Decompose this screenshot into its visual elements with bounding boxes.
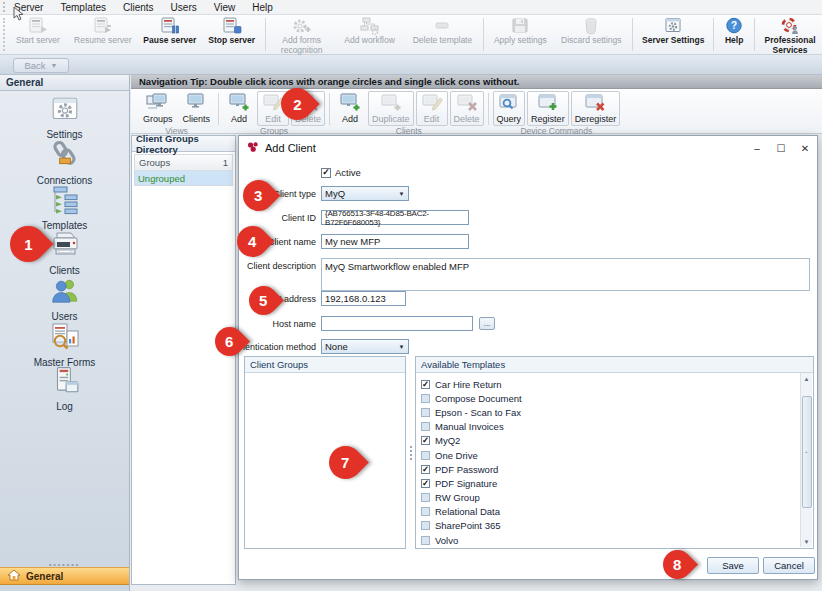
deregister-button[interactable]: Deregister <box>571 91 621 126</box>
scroll-up-icon[interactable]: ▲ <box>801 373 812 384</box>
template-checkbox[interactable] <box>421 451 430 460</box>
templates-scrollbar[interactable]: ▲ ▪ ▼ <box>800 373 812 547</box>
sidebar-item-users[interactable]: Users <box>0 276 129 322</box>
clients-add-button[interactable]: Add <box>334 91 366 126</box>
stop-server-button[interactable]: Stop server <box>202 15 262 54</box>
template-list-item[interactable]: Volvo <box>418 533 798 547</box>
menu-help[interactable]: Help <box>252 2 273 13</box>
template-checkbox[interactable] <box>421 493 430 502</box>
template-list-item[interactable]: RW Group <box>418 491 798 505</box>
template-checkbox[interactable] <box>421 479 430 488</box>
server-settings-icon <box>663 17 683 35</box>
template-checkbox[interactable] <box>421 380 430 389</box>
client-description-input[interactable]: MyQ Smartworkflow enabled MFP <box>321 258 810 291</box>
menu-clients[interactable]: Clients <box>123 2 154 13</box>
template-list-item[interactable]: Epson - Scan to Fax <box>418 405 798 419</box>
scrollbar-thumb[interactable]: ▪ <box>802 396 812 508</box>
professional-services-button[interactable]: Professional Services <box>758 15 822 54</box>
available-templates-panel-title: Available Templates <box>416 357 813 373</box>
clients-duplicate-button[interactable]: Duplicate <box>368 91 414 126</box>
template-list-item[interactable]: PDF Password <box>418 462 798 476</box>
toolbar-separator <box>265 18 266 51</box>
toolbar-separator <box>488 93 489 125</box>
clients-delete-button[interactable]: Delete <box>450 91 484 126</box>
client-id-value: {AB766513-3F48-4D85-BAC2-B72F6F680053} <box>325 209 468 227</box>
save-button[interactable]: Save <box>707 557 759 574</box>
available-templates-panel: Available Templates Car Hire Return Comp… <box>415 356 814 549</box>
template-checkbox[interactable] <box>421 436 430 445</box>
template-list-item[interactable]: One Drive <box>418 448 798 462</box>
groups-column-header[interactable]: Groups 1 <box>135 155 232 171</box>
groups-view-icon <box>146 93 170 114</box>
menu-users[interactable]: Users <box>171 2 197 13</box>
resume-server-button[interactable]: Resume server <box>68 15 138 54</box>
discard-settings-button[interactable]: Discard settings <box>553 15 629 54</box>
sidebar-item-master-forms[interactable]: Master Forms <box>0 322 129 368</box>
navigation-bar: Back ▼ <box>0 55 822 75</box>
dialog-titlebar[interactable]: Add Client – ☐ ✕ <box>239 136 817 160</box>
sidebar-item-settings[interactable]: Settings <box>0 96 129 140</box>
host-name-input[interactable] <box>321 316 473 331</box>
template-list-item[interactable]: Relational Data <box>418 505 798 519</box>
minimize-icon[interactable]: – <box>745 138 769 158</box>
menu-templates[interactable]: Templates <box>60 2 106 13</box>
views-groups-button[interactable]: Groups <box>139 91 177 126</box>
template-list-item[interactable]: PDF Signature <box>418 476 798 490</box>
active-checkbox-box[interactable] <box>321 168 331 178</box>
template-checkbox[interactable] <box>421 536 430 545</box>
template-checkbox[interactable] <box>421 521 430 530</box>
menu-view[interactable]: View <box>214 2 236 13</box>
template-checkbox[interactable] <box>421 422 430 431</box>
client-name-input[interactable]: My new MFP <box>321 234 469 249</box>
scroll-down-icon[interactable]: ▼ <box>801 536 812 547</box>
client-description-value: MyQ Smartworkflow enabled MFP <box>325 261 469 272</box>
template-list-item[interactable]: Compose Document <box>418 391 798 405</box>
add-workflow-button[interactable]: Add workflow <box>335 15 405 54</box>
template-list-item[interactable]: SharePoint 365 <box>418 519 798 533</box>
delete-template-icon <box>432 17 452 35</box>
ip-address-input[interactable]: 192,168.0.123 <box>321 291 406 306</box>
users-icon <box>50 276 80 310</box>
pause-server-button[interactable]: Pause server <box>138 15 202 54</box>
client-type-value: MyQ <box>325 188 345 199</box>
close-icon[interactable]: ✕ <box>793 138 817 158</box>
panel-splitter[interactable] <box>406 356 415 549</box>
sidebar-footer-general[interactable]: General <box>0 567 129 585</box>
delete-template-button[interactable]: Delete template <box>405 15 481 54</box>
server-settings-button[interactable]: Server Settings <box>636 15 710 54</box>
register-button[interactable]: Register <box>527 91 569 126</box>
sidebar-item-templates[interactable]: Templates <box>0 185 129 231</box>
clients-toolbar: Groups Clients Views Add Edit <box>131 89 822 134</box>
template-list-item[interactable]: Car Hire Return <box>418 377 798 391</box>
template-checkbox[interactable] <box>421 408 430 417</box>
cancel-button[interactable]: Cancel <box>763 557 815 574</box>
template-checkbox[interactable] <box>421 465 430 474</box>
add-forms-recognition-button[interactable]: Add forms recognition <box>269 15 335 54</box>
add-forms-recognition-label: Add forms recognition <box>269 36 335 55</box>
group-row-ungrouped[interactable]: Ungrouped <box>135 171 232 185</box>
apply-settings-button[interactable]: Apply settings <box>487 15 553 54</box>
active-checkbox[interactable]: Active <box>321 167 361 178</box>
client-id-input[interactable]: {AB766513-3F48-4D85-BAC2-B72F6F680053} <box>321 210 469 225</box>
groups-add-button[interactable]: Add <box>223 91 255 126</box>
browse-button-label: ... <box>484 319 491 328</box>
template-checkbox[interactable] <box>421 507 430 516</box>
views-clients-button[interactable]: Clients <box>179 91 215 126</box>
toolbar-group-device-commands: Query Register Deregister Device Command… <box>493 89 621 133</box>
toolbar-separator <box>713 18 714 51</box>
clients-edit-button[interactable]: Edit <box>416 91 448 126</box>
back-button[interactable]: Back ▼ <box>13 58 69 73</box>
sidebar-item-log[interactable]: Log <box>0 366 129 412</box>
template-list-item[interactable]: MyQ2 <box>418 434 798 448</box>
client-type-select[interactable]: MyQ ▼ <box>321 186 409 201</box>
resume-server-icon <box>93 17 113 35</box>
help-button[interactable]: ? Help <box>717 15 751 54</box>
host-name-browse-button[interactable]: ... <box>479 317 495 330</box>
sidebar-item-connections[interactable]: Connections <box>0 140 129 186</box>
add-icon <box>227 93 251 114</box>
template-checkbox[interactable] <box>421 394 430 403</box>
template-list-item[interactable]: Manual Invoices <box>418 420 798 434</box>
query-button[interactable]: Query <box>493 91 526 126</box>
authentication-method-select[interactable]: None ▼ <box>321 339 409 354</box>
maximize-icon[interactable]: ☐ <box>769 138 793 158</box>
